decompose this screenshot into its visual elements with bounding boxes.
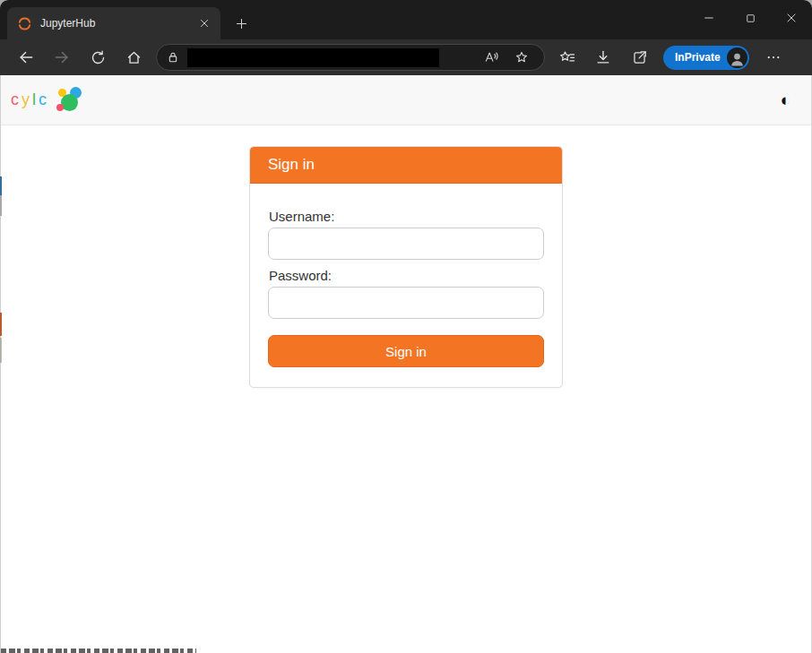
signin-panel: Sign in Username: Password: Sign in: [249, 146, 563, 388]
browser-window: JupyterHub: [0, 0, 812, 653]
theme-contrast-toggle-icon[interactable]: ◐: [781, 91, 790, 108]
settings-more-icon[interactable]: [756, 43, 790, 72]
maximize-button[interactable]: [730, 0, 771, 36]
cylc-logo: c y l c: [11, 86, 86, 115]
jupyterhub-favicon-icon: [17, 16, 32, 31]
home-button[interactable]: [117, 43, 151, 72]
username-input[interactable]: [268, 228, 544, 260]
refresh-button[interactable]: [81, 43, 115, 72]
edge-artifact-gray2: [0, 338, 2, 363]
logo-letter-y: y: [22, 90, 32, 109]
lock-icon: [166, 50, 180, 64]
inprivate-label: InPrivate: [675, 51, 721, 64]
window-left-border: [0, 75, 1, 653]
browser-tab[interactable]: JupyterHub: [7, 7, 220, 39]
logo-letter-c1: c: [11, 90, 22, 109]
downloads-icon[interactable]: [586, 43, 620, 72]
cylc-logo-letters: c y l c: [11, 90, 49, 109]
forward-button[interactable]: [45, 43, 79, 72]
edge-artifact-gray1: [0, 195, 2, 216]
signin-form: Username: Password: Sign in: [250, 184, 562, 387]
favorite-star-icon[interactable]: [510, 46, 533, 69]
logo-letter-c2: c: [39, 90, 49, 109]
browser-toolbar: InPrivate: [0, 39, 812, 75]
url-redacted: [187, 48, 439, 67]
cylc-logo-mark-icon: [54, 86, 86, 115]
tab-strip: JupyterHub: [0, 0, 812, 39]
profile-avatar-icon: [727, 47, 747, 68]
page-header: c y l c ◐: [0, 75, 812, 125]
favorites-icon[interactable]: [550, 43, 584, 72]
signin-panel-title: Sign in: [250, 147, 562, 184]
tab-close-icon[interactable]: [195, 14, 213, 32]
share-icon[interactable]: [622, 43, 656, 72]
signin-submit-button[interactable]: Sign in: [268, 335, 544, 367]
password-input[interactable]: [268, 287, 544, 319]
page-content: c y l c ◐ Sign in Username: Password:: [0, 75, 812, 653]
read-aloud-icon[interactable]: [479, 46, 503, 69]
status-bar-clipped-text: [1, 649, 196, 653]
inprivate-badge[interactable]: InPrivate: [663, 46, 749, 70]
close-window-button[interactable]: [771, 0, 812, 36]
window-controls: [688, 0, 812, 36]
username-label: Username:: [269, 209, 544, 224]
logo-letter-l: l: [32, 90, 39, 109]
password-label: Password:: [269, 268, 544, 283]
address-bar[interactable]: [156, 44, 545, 71]
new-tab-button[interactable]: [229, 12, 253, 35]
edge-artifact-blue: [0, 176, 2, 195]
minimize-button[interactable]: [688, 0, 730, 36]
back-button[interactable]: [9, 43, 43, 72]
tab-title: JupyterHub: [40, 17, 187, 30]
edge-artifact-orange: [0, 313, 2, 336]
